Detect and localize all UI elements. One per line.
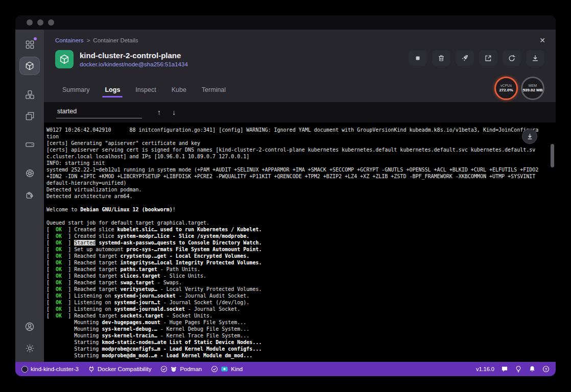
app-version: v1.16.0: [476, 366, 494, 372]
kind-provider-item[interactable]: Kind: [211, 365, 243, 373]
sidebar-item-dashboard[interactable]: [20, 36, 39, 53]
log-search-bar: ↑ ↓: [44, 102, 556, 122]
tab-inspect[interactable]: Inspect: [135, 86, 156, 96]
minimize-traffic-light[interactable]: [37, 19, 43, 26]
sidebar-item-images[interactable]: [20, 107, 39, 125]
log-line: Queued start job for default target grap…: [46, 219, 540, 226]
log-line: [ OK ] Reached target cryptsetup.…get - …: [46, 253, 540, 259]
breadcrumb: Containers > Container Details: [55, 37, 138, 43]
images-icon: [25, 111, 35, 121]
container-image-link[interactable]: docker.io/kindest/node@sha256:51a1434: [80, 61, 188, 67]
delete-container-button[interactable]: [432, 50, 450, 66]
usage-metrics: vCPUs 272.0% MEM 539.02 MB: [494, 77, 544, 100]
feedback-button[interactable]: [501, 365, 508, 373]
log-line: W0127 10:26:42.042910 88 initconfigurati…: [46, 127, 540, 140]
log-line: [ OK ] Reached target slices.target - Sl…: [46, 273, 540, 279]
breadcrumb-containers-link[interactable]: Containers: [55, 37, 84, 43]
memory-usage-value: 539.02 MB: [522, 88, 542, 93]
bell-icon: [529, 365, 536, 373]
status-bar: kind-kind-cluster-3 Docker Compatibility…: [15, 362, 556, 376]
sidebar-item-extensions[interactable]: [20, 186, 39, 203]
log-line: [46, 213, 540, 219]
breadcrumb-current: Container Details: [93, 37, 138, 43]
sidebar-item-containers[interactable]: [20, 57, 39, 75]
deploy-to-kubernetes-button[interactable]: [456, 50, 474, 66]
notifications-button[interactable]: [529, 365, 536, 373]
log-scrollbar[interactable]: [551, 144, 554, 167]
volumes-icon: [25, 140, 35, 150]
docker-compatibility-plug-icon: [88, 365, 95, 373]
log-line: Mounting dev-hugepages.mount - Huge Page…: [46, 319, 540, 326]
pods-icon: [25, 90, 35, 100]
close-traffic-light[interactable]: [27, 19, 33, 26]
log-search-input[interactable]: [56, 107, 142, 118]
memory-usage-donut: MEM 539.02 MB: [521, 77, 544, 100]
log-line: Welcome to Debian GNU/Linux 12 (bookworm…: [46, 206, 540, 213]
log-line: Starting kmod-static-nodes…ate List of S…: [46, 339, 540, 346]
check-circle-icon: [160, 365, 168, 373]
sidebar-item-kubernetes[interactable]: [20, 164, 39, 182]
log-line: [ OK ] Created slice system-modpr…lice -…: [46, 233, 540, 239]
sidebar-item-settings[interactable]: [20, 339, 39, 357]
svg-text:?: ?: [545, 367, 548, 372]
stop-container-button[interactable]: [409, 50, 427, 66]
search-previous-button[interactable]: ↑: [157, 108, 161, 116]
sidebar-item-volumes[interactable]: [20, 136, 39, 153]
docker-compatibility-label: Docker Compatibility: [98, 366, 151, 372]
accounts-icon: [25, 322, 35, 332]
question-circle-icon: ?: [542, 365, 550, 373]
titlebar[interactable]: [15, 15, 556, 30]
sidebar-item-accounts[interactable]: [20, 318, 39, 335]
docker-compatibility-item[interactable]: Docker Compatibility: [88, 365, 151, 373]
container-cube-icon: [59, 54, 70, 65]
log-line: [certs] Generating "apiserver" certifica…: [46, 140, 540, 146]
podman-provider-item[interactable]: Podman: [160, 365, 202, 373]
check-circle-icon: [211, 365, 218, 373]
log-line: [ OK ] Reached target sockets.target - S…: [46, 312, 540, 319]
log-line: [ OK ] Reached target veritysetup… - Loc…: [46, 286, 540, 292]
scroll-to-bottom-button[interactable]: [522, 129, 537, 144]
container-status-icon: [55, 50, 74, 68]
container-identity: kind-cluster-2-control-plane docker.io/k…: [80, 51, 188, 67]
stop-icon: [414, 54, 422, 62]
restart-container-button[interactable]: [503, 50, 521, 66]
container-name: kind-cluster-2-control-plane: [80, 51, 188, 60]
sidebar-item-pods[interactable]: [20, 86, 39, 103]
dashboard-icon: [25, 40, 35, 50]
settings-gear-icon: [25, 344, 35, 353]
log-line: INFO: starting init: [46, 160, 540, 166]
kube-context-label: kind-kind-cluster-3: [31, 366, 79, 372]
maximize-traffic-light[interactable]: [48, 19, 54, 26]
lightbulb-icon: [515, 365, 522, 373]
podman-provider-label: Podman: [180, 366, 202, 372]
log-line: [ OK ] Reached target integrityse…Local …: [46, 259, 540, 266]
kube-context-item[interactable]: kind-kind-cluster-3: [21, 366, 79, 373]
help-button[interactable]: ?: [542, 365, 550, 373]
log-line: [ OK ] Reached target paths.target - Pat…: [46, 266, 540, 273]
container-actions: [409, 50, 544, 66]
log-line: Mounting sys-kernel-debug.… - Kernel Deb…: [46, 326, 540, 332]
tab-kube[interactable]: Kube: [172, 86, 186, 96]
cpu-usage-donut: vCPUs 272.0%: [494, 77, 518, 100]
log-line: Detected architecture arm64.: [46, 193, 540, 200]
log-line: Starting modprobe@dm_mod.…e - Load Kerne…: [46, 352, 540, 359]
log-line: [46, 200, 540, 206]
tips-button[interactable]: [515, 365, 522, 373]
close-details-button[interactable]: ✕: [539, 37, 545, 44]
log-line: [ OK ] Set up automount proc-sys-…rmats …: [46, 246, 540, 253]
log-line: [ OK ] Created slice kubelet.slic… used …: [46, 226, 540, 233]
log-line: [ OK ] Listening on systemd-journ…socket…: [46, 292, 540, 299]
kind-logo-icon: [221, 365, 228, 373]
app-window: Containers > Container Details ✕ kind-cl…: [15, 15, 556, 376]
export-container-button[interactable]: [526, 50, 544, 66]
statusbar-right: v1.16.0 ?: [476, 365, 550, 373]
tab-terminal[interactable]: Terminal: [202, 86, 226, 96]
tab-logs[interactable]: Logs: [105, 86, 120, 96]
log-output[interactable]: W0127 10:26:42.042910 88 initconfigurati…: [44, 122, 556, 362]
restart-icon: [508, 54, 516, 62]
extensions-puzzle-icon: [25, 190, 35, 200]
search-next-button[interactable]: ↓: [172, 108, 176, 116]
open-externally-button[interactable]: [479, 50, 497, 66]
kind-provider-label: Kind: [231, 366, 243, 372]
tab-summary[interactable]: Summary: [62, 86, 89, 96]
